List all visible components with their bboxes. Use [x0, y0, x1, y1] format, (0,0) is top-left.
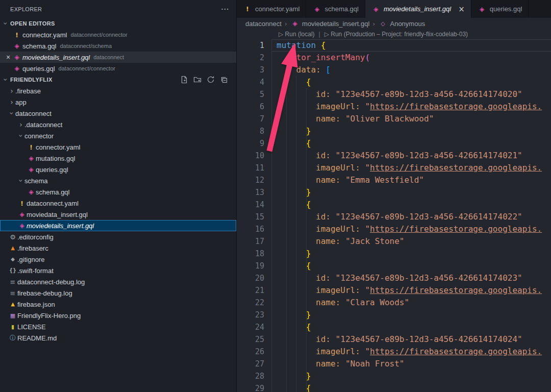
tree-item-README.md[interactable]: ⓘREADME.md	[0, 332, 236, 344]
breadcrumb-item[interactable]: ◇Anonymous	[378, 20, 425, 28]
warning-icon: !	[17, 200, 27, 207]
code-line-8[interactable]: 8 }	[237, 125, 551, 137]
line-number: 8	[237, 125, 271, 137]
tree-item-connector.yaml[interactable]: !connector.yaml	[0, 141, 236, 153]
refresh-icon[interactable]	[207, 76, 215, 84]
file-name: app	[15, 99, 27, 106]
code-line-12[interactable]: 12 name: "Emma Westfield"	[237, 174, 551, 186]
tree-item-dataconnect.yaml[interactable]: !dataconnect.yaml	[0, 198, 236, 209]
file-name: .swift-format	[17, 267, 54, 275]
tree-item-firebase-debug.log[interactable]: ≡firebase-debug.log	[0, 287, 236, 299]
run-production-link[interactable]: ▷ Run (Production – Project: friendly-fl…	[324, 31, 468, 38]
explorer-title: EXPLORER	[10, 6, 42, 12]
code-editor[interactable]: 1mutation {2 actor_insertMany(3 data: [4…	[237, 39, 551, 392]
tree-item-firebase.json[interactable]: ▲firebase.json	[0, 299, 236, 310]
firebase-orange-icon: ▲	[8, 246, 17, 251]
tab-moviedetails_insert.gql[interactable]: ◈moviedetails_insert.gql×	[365, 0, 471, 18]
code-line-26[interactable]: 26 imageUrl: "https://firebasestorage.go…	[237, 346, 551, 358]
graphql-icon: ◈	[12, 65, 21, 71]
open-editor-item[interactable]: !connector.yamldataconnect/connector	[0, 29, 236, 40]
tree-item-queries.gql[interactable]: ◈queries.gql	[0, 164, 236, 175]
code-line-17[interactable]: 17 name: "Jack Stone"	[237, 235, 551, 248]
tab-connector.yaml[interactable]: !connector.yaml	[237, 0, 306, 18]
code-line-29[interactable]: 29 {	[237, 382, 551, 392]
code-line-14[interactable]: 14 {	[237, 199, 551, 211]
tree-item-schema[interactable]: ›schema	[0, 175, 236, 186]
tree-item-.gitignore[interactable]: ◆.gitignore	[0, 254, 236, 265]
tree-item-dataconnect-debug.log[interactable]: ≡dataconnect-debug.log	[0, 276, 236, 287]
tree-item-moviedetails_insert.gql[interactable]: ◈moviedetails_insert.gql	[0, 220, 236, 231]
file-path: dataconnect/connector	[70, 32, 127, 38]
symbol-icon: ◇	[378, 21, 387, 27]
new-file-icon[interactable]	[180, 76, 188, 84]
line-content: data: [	[271, 64, 551, 76]
code-line-20[interactable]: 20 id: "123e4567-e89b-12d3-a456-42661417…	[237, 272, 551, 284]
code-line-6[interactable]: 6 imageUrl: "https://firebasestorage.goo…	[237, 101, 551, 113]
tree-item-mutations.gql[interactable]: ◈mutations.gql	[0, 153, 236, 164]
code-line-28[interactable]: 28 }	[237, 370, 551, 382]
tree-item-connector[interactable]: ›connector	[0, 130, 236, 141]
tree-item-.firebaserc[interactable]: ▲.firebaserc	[0, 242, 236, 254]
open-editor-item[interactable]: ◈schema.gqldataconnect/schema	[0, 40, 236, 52]
code-line-1[interactable]: 1mutation {	[237, 39, 551, 52]
breadcrumb-item[interactable]: ◈moviedetails_insert.gql	[290, 20, 369, 28]
code-line-27[interactable]: 27 name: "Noah Frost"	[237, 358, 551, 370]
line-content: id: "123e4567-e89b-12d3-a456-42661417402…	[271, 333, 551, 346]
code-line-13[interactable]: 13 }	[237, 186, 551, 199]
file-name: moviedetails_insert.gql	[27, 222, 94, 230]
file-path: dataconnect/schema	[60, 43, 112, 49]
line-number: 4	[237, 76, 271, 88]
code-line-2[interactable]: 2 actor_insertMany(	[237, 52, 551, 64]
code-line-23[interactable]: 23 }	[237, 309, 551, 321]
code-line-3[interactable]: 3 data: [	[237, 64, 551, 76]
open-editor-item[interactable]: ◈queries.gqldataconnect/connector	[0, 63, 236, 74]
tree-item-.dataconnect[interactable]: ›.dataconnect	[0, 119, 236, 130]
code-line-10[interactable]: 10 id: "123e4567-e89b-12d3-a456-42661417…	[237, 150, 551, 162]
tree-item-app[interactable]: ›app	[0, 96, 236, 108]
line-number: 21	[237, 284, 271, 297]
tab-schema.gql[interactable]: ◈schema.gql	[306, 0, 365, 18]
chevron-right-icon: ›	[17, 121, 24, 128]
tab-bar: !connector.yaml◈schema.gql◈moviedetails_…	[237, 0, 551, 18]
log-icon: ≡	[8, 279, 17, 285]
line-number: 17	[237, 235, 271, 248]
code-line-9[interactable]: 9 {	[237, 137, 551, 150]
tree-item-.swift-format[interactable]: {}.swift-format	[0, 265, 236, 276]
code-line-18[interactable]: 18 }	[237, 248, 551, 260]
run-local-link[interactable]: ▷ Run (local)	[279, 31, 315, 38]
line-content: actor_insertMany(	[271, 52, 551, 64]
code-line-16[interactable]: 16 imageUrl: "https://firebasestorage.go…	[237, 223, 551, 235]
new-folder-icon[interactable]	[193, 76, 202, 84]
close-tab-icon[interactable]: ×	[458, 5, 465, 14]
code-line-11[interactable]: 11 imageUrl: "https://firebasestorage.go…	[237, 162, 551, 174]
code-line-24[interactable]: 24 {	[237, 321, 551, 333]
breadcrumb-separator: ›	[372, 20, 375, 28]
code-line-5[interactable]: 5 id: "123e4567-e89b-12d3-a456-426614174…	[237, 88, 551, 101]
tree-item-.editorconfig[interactable]: ⚙.editorconfig	[0, 231, 236, 242]
more-actions-icon[interactable]: ⋯	[221, 4, 229, 14]
tree-item-schema.gql[interactable]: ◈schema.gql	[0, 186, 236, 198]
code-line-19[interactable]: 19 {	[237, 260, 551, 272]
code-line-22[interactable]: 22 name: "Clara Woods"	[237, 297, 551, 309]
code-line-15[interactable]: 15 id: "123e4567-e89b-12d3-a456-42661417…	[237, 211, 551, 223]
code-line-25[interactable]: 25 id: "123e4567-e89b-12d3-a456-42661417…	[237, 333, 551, 346]
tab-queries.gql[interactable]: ◈queries.gql	[471, 0, 529, 18]
code-line-7[interactable]: 7 name: "Oliver Blackwood"	[237, 113, 551, 125]
tree-item-dataconnect[interactable]: ›dataconnect	[0, 108, 236, 119]
code-line-4[interactable]: 4 {	[237, 76, 551, 88]
tree-item-.firebase[interactable]: ›.firebase	[0, 85, 236, 96]
line-number: 26	[237, 346, 271, 358]
tab-label: moviedetails_insert.gql	[384, 5, 451, 13]
tree-item-moviedata_insert.gql[interactable]: ◈moviedata_insert.gql	[0, 209, 236, 220]
open-editors-header[interactable]: › OPEN EDITORS	[0, 18, 236, 29]
code-line-21[interactable]: 21 imageUrl: "https://firebasestorage.go…	[237, 284, 551, 297]
collapse-all-icon[interactable]	[220, 76, 228, 84]
close-editor-icon[interactable]: ×	[4, 53, 12, 61]
breadcrumb-item[interactable]: dataconnect	[245, 20, 282, 28]
line-content: id: "123e4567-e89b-12d3-a456-42661417402…	[271, 211, 551, 223]
chevron-down-icon: ›	[8, 110, 15, 117]
project-section-header[interactable]: › FRIENDLYFLIX	[0, 74, 236, 85]
tree-item-FriendlyFlix-Hero.png[interactable]: ▦FriendlyFlix-Hero.png	[0, 310, 236, 321]
open-editor-item[interactable]: ×◈moviedetails_insert.gqldataconnect	[0, 52, 236, 63]
tree-item-LICENSE[interactable]: ▮LICENSE	[0, 321, 236, 332]
